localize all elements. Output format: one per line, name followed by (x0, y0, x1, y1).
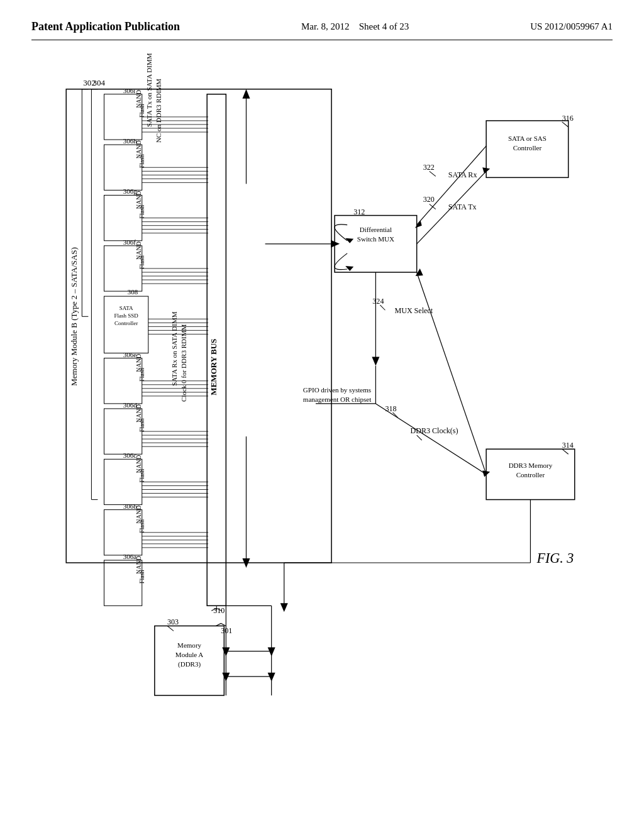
diagram-area: Memory Module B (Type 2 – SATA/SAS) 302 … (31, 53, 613, 782)
svg-text:SATA Rx on SATA DIMM: SATA Rx on SATA DIMM (170, 311, 178, 386)
svg-text:FIG. 3: FIG. 3 (536, 550, 574, 566)
page: Patent Application Publication Mar. 8, 2… (0, 0, 644, 830)
svg-text:GPIO driven by systems: GPIO driven by systems (303, 386, 371, 394)
svg-text:NAND: NAND (135, 404, 142, 423)
svg-text:Clock 0 for DDR3 RDIMM: Clock 0 for DDR3 RDIMM (180, 324, 187, 402)
svg-text:MUX Select: MUX Select (395, 306, 433, 315)
svg-marker-141 (372, 357, 379, 366)
svg-text:SATA: SATA (119, 305, 133, 311)
svg-text:Memory Module B (Type 2 – SATA: Memory Module B (Type 2 – SATA/SAS) (69, 247, 79, 386)
svg-text:322: 322 (423, 163, 435, 172)
svg-marker-136 (345, 266, 353, 271)
svg-marker-172 (280, 603, 288, 612)
svg-text:303: 303 (167, 618, 179, 627)
svg-text:SATA Rx: SATA Rx (448, 171, 477, 180)
svg-text:MEMORY BUS: MEMORY BUS (209, 339, 218, 396)
svg-text:NAND: NAND (135, 556, 142, 574)
svg-text:NAND: NAND (135, 90, 142, 108)
svg-marker-134 (331, 240, 340, 248)
svg-line-138 (380, 305, 385, 310)
page-header: Patent Application Publication Mar. 8, 2… (31, 19, 613, 40)
svg-text:Module A: Module A (175, 651, 203, 658)
svg-text:NAND: NAND (135, 191, 142, 209)
svg-text:Controller: Controller (516, 472, 545, 479)
svg-text:(DDR3): (DDR3) (178, 660, 201, 668)
publication-title: Patent Application Publication (31, 19, 180, 35)
svg-text:306i: 306i (123, 87, 136, 94)
svg-text:NAND: NAND (135, 140, 142, 158)
svg-rect-109 (335, 216, 417, 272)
svg-text:318: 318 (385, 404, 396, 413)
svg-text:NAND: NAND (135, 455, 142, 473)
svg-line-152 (417, 272, 486, 474)
sheet-info: Mar. 8, 2012 Sheet 4 of 23 (301, 19, 409, 34)
svg-text:Controller: Controller (114, 321, 138, 327)
svg-rect-0 (66, 89, 331, 563)
svg-text:DDR3 Clock(s): DDR3 Clock(s) (411, 426, 458, 435)
svg-text:304: 304 (92, 78, 105, 87)
svg-line-156 (167, 626, 174, 631)
svg-text:NAND: NAND (135, 506, 142, 524)
svg-text:316: 316 (562, 114, 574, 123)
svg-line-148 (375, 404, 486, 474)
svg-text:306f: 306f (123, 238, 136, 246)
svg-text:SATA Tx on SATA DIMM: SATA Tx on SATA DIMM (145, 53, 153, 127)
svg-text:301: 301 (221, 627, 232, 636)
svg-text:324: 324 (372, 297, 384, 306)
svg-text:Controller: Controller (513, 144, 542, 152)
svg-marker-132 (415, 221, 422, 228)
pub-number: US 2012/0059967 A1 (530, 19, 613, 34)
svg-text:308: 308 (128, 288, 138, 296)
svg-line-115 (562, 122, 569, 127)
svg-text:NC on DDR3 RDIMM: NC on DDR3 RDIMM (155, 79, 162, 143)
svg-marker-106 (242, 89, 250, 99)
svg-text:SATA or SAS: SATA or SAS (508, 135, 547, 142)
svg-text:Differential: Differential (360, 226, 392, 233)
svg-marker-135 (345, 238, 353, 243)
svg-text:management OR chipset: management OR chipset (303, 396, 371, 403)
svg-text:320: 320 (423, 195, 435, 204)
svg-text:Flash SSD: Flash SSD (114, 313, 138, 319)
svg-text:Memory: Memory (177, 641, 201, 649)
svg-line-151 (417, 435, 422, 440)
svg-text:310: 310 (213, 607, 225, 616)
diagram-svg: Memory Module B (Type 2 – SATA/SAS) 302 … (31, 53, 613, 782)
svg-text:DDR3 Memory: DDR3 Memory (509, 462, 553, 470)
svg-text:314: 314 (562, 441, 574, 450)
svg-text:Switch MUX: Switch MUX (357, 235, 394, 243)
svg-text:312: 312 (353, 208, 365, 216)
svg-line-120 (562, 449, 569, 454)
svg-line-131 (417, 146, 486, 225)
svg-text:NAND: NAND (135, 354, 142, 372)
svg-line-127 (430, 171, 436, 176)
svg-text:NAND: NAND (135, 241, 142, 260)
